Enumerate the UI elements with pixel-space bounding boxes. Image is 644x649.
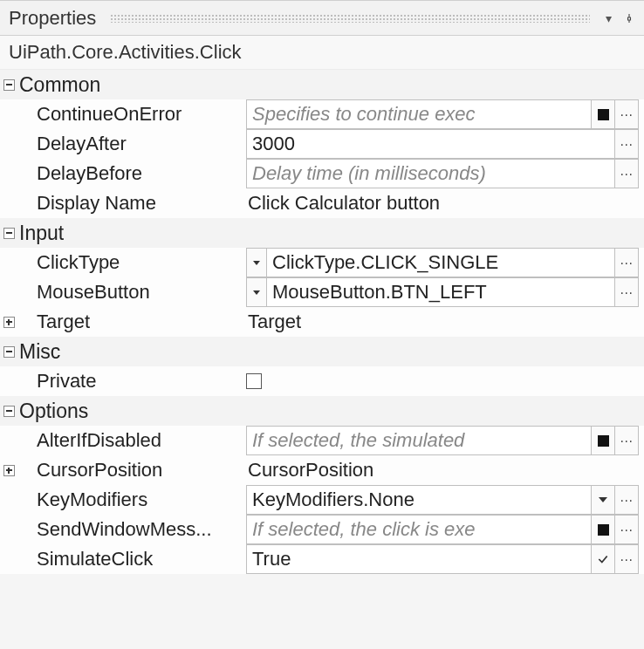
expand-icon[interactable] [3, 79, 15, 91]
expand-icon[interactable] [3, 228, 15, 239]
expand-icon[interactable] [3, 465, 15, 476]
ellipsis-button[interactable] [614, 485, 639, 515]
ellipsis-button[interactable] [614, 426, 639, 455]
simulate-click-input[interactable]: True [246, 544, 592, 574]
category-label: Misc [17, 340, 60, 364]
activity-type: UiPath.Core.Activities.Click [0, 36, 644, 70]
prop-label: ContinueOnError [35, 103, 182, 126]
category-options[interactable]: Options [0, 396, 644, 426]
prop-label: CursorPosition [35, 459, 162, 482]
target-value[interactable]: Target [246, 307, 639, 337]
ellipsis-button[interactable] [614, 159, 639, 188]
panel-title: Properties [9, 7, 105, 30]
panel-menu-dropdown-icon[interactable]: ▾ [600, 10, 616, 26]
expand-icon[interactable] [3, 317, 15, 328]
pin-icon[interactable] [621, 10, 637, 26]
delay-after-input[interactable]: 3000 [246, 129, 615, 159]
category-input[interactable]: Input [0, 218, 644, 248]
alter-if-disabled-input[interactable]: If selected, the simulated [246, 426, 592, 455]
prop-delay-after: DelayAfter 3000 [0, 129, 644, 159]
expand-icon[interactable] [3, 346, 15, 358]
category-common[interactable]: Common [0, 70, 644, 99]
prop-label: Display Name [35, 192, 156, 215]
expand-icon[interactable] [3, 406, 15, 417]
category-label: Options [17, 400, 88, 423]
prop-label: DelayAfter [35, 133, 127, 155]
mouse-button-input[interactable]: MouseButton.BTN_LEFT [266, 277, 615, 307]
delay-before-input[interactable]: Delay time (in milliseconds) [246, 159, 615, 188]
dropdown-icon[interactable] [246, 248, 267, 277]
null-indicator-icon[interactable] [591, 99, 615, 129]
prop-key-modifiers: KeyModifiers KeyModifiers.None [0, 485, 644, 515]
prop-cursor-position: CursorPosition CursorPosition [0, 455, 644, 485]
properties-panel: Properties ▾ UiPath.Core.Activities.Clic… [0, 0, 644, 574]
prop-send-window-messages: SendWindowMess... If selected, the click… [0, 515, 644, 544]
panel-grip[interactable] [110, 14, 590, 23]
ellipsis-button[interactable] [614, 277, 639, 307]
prop-label: MouseButton [35, 281, 150, 304]
prop-label: SimulateClick [35, 548, 153, 570]
ellipsis-button[interactable] [614, 515, 639, 544]
prop-private: Private [0, 366, 644, 396]
prop-label: ClickType [35, 251, 120, 274]
display-name-value[interactable]: Click Calculator button [246, 188, 639, 218]
key-modifiers-input[interactable]: KeyModifiers.None [246, 485, 592, 515]
ellipsis-button[interactable] [614, 248, 639, 277]
prop-label: Target [35, 311, 90, 333]
ellipsis-button[interactable] [614, 544, 639, 574]
property-grid: Common ContinueOnError Specifies to cont… [0, 70, 644, 574]
prop-mouse-button: MouseButton MouseButton.BTN_LEFT [0, 277, 644, 307]
send-window-messages-input[interactable]: If selected, the click is exe [246, 515, 592, 544]
prop-simulate-click: SimulateClick True [0, 544, 644, 574]
null-indicator-icon[interactable] [591, 515, 615, 544]
private-checkbox[interactable] [246, 373, 262, 389]
category-misc[interactable]: Misc [0, 337, 644, 366]
ellipsis-button[interactable] [614, 129, 639, 159]
category-label: Common [17, 73, 100, 97]
prop-target: Target Target [0, 307, 644, 337]
prop-display-name: Display Name Click Calculator button [0, 188, 644, 218]
prop-alter-if-disabled: AlterIfDisabled If selected, the simulat… [0, 426, 644, 455]
panel-header: Properties ▾ [0, 1, 644, 36]
prop-label: DelayBefore [35, 162, 142, 185]
null-indicator-icon[interactable] [591, 426, 615, 455]
dropdown-icon[interactable] [591, 485, 615, 515]
prop-label: SendWindowMess... [35, 518, 212, 541]
prop-label: KeyModifiers [35, 488, 147, 511]
checked-icon[interactable] [591, 544, 615, 574]
prop-continue-on-error: ContinueOnError Specifies to continue ex… [0, 99, 644, 129]
cursor-position-value[interactable]: CursorPosition [246, 455, 639, 485]
prop-delay-before: DelayBefore Delay time (in milliseconds) [0, 159, 644, 188]
prop-label: AlterIfDisabled [35, 429, 161, 452]
prop-label: Private [35, 370, 96, 393]
click-type-input[interactable]: ClickType.CLICK_SINGLE [266, 248, 615, 277]
ellipsis-button[interactable] [614, 99, 639, 129]
dropdown-icon[interactable] [246, 277, 267, 307]
prop-click-type: ClickType ClickType.CLICK_SINGLE [0, 248, 644, 277]
continue-on-error-input[interactable]: Specifies to continue exec [246, 99, 592, 129]
category-label: Input [17, 222, 64, 245]
